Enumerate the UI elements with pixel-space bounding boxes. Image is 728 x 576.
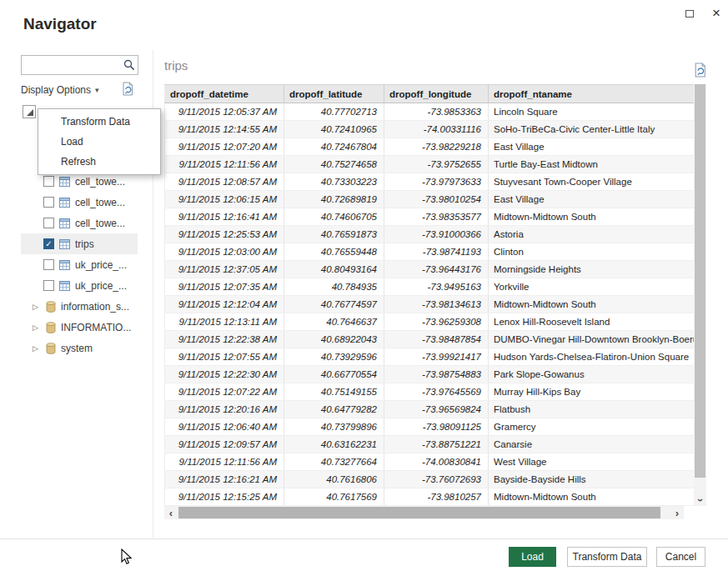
scroll-down-arrow[interactable]: › <box>694 493 706 506</box>
tree-item-cell-towe[interactable]: cell_towe... <box>21 213 138 233</box>
cell-longitude: -73.98229218 <box>384 138 489 156</box>
table-row: 9/11/2015 12:12:04 AM40.76774597-73.9813… <box>165 296 695 313</box>
table-icon <box>59 218 70 228</box>
database-icon <box>46 322 56 333</box>
column-header-dropoff-datetime: dropoff_datetime <box>165 85 284 103</box>
cell-ntaname: Stuyvesant Town-Cooper Village <box>489 173 695 191</box>
context-menu: Transform DataLoadRefresh <box>38 108 161 175</box>
horizontal-scrollbar[interactable]: ‹ › <box>164 506 684 519</box>
cell-longitude: -73.9810257 <box>384 488 489 506</box>
transform-data-button[interactable]: Transform Data <box>567 547 647 567</box>
checkbox[interactable] <box>43 176 54 187</box>
cell-datetime: 9/11/2015 12:16:41 AM <box>165 208 284 226</box>
checkbox[interactable]: ✓ <box>43 238 54 249</box>
refresh-list-icon[interactable] <box>121 82 135 99</box>
menu-item-transform-data[interactable]: Transform Data <box>38 112 160 132</box>
menu-item-refresh[interactable]: Refresh <box>38 152 160 172</box>
cell-longitude: -73.98487854 <box>384 331 489 348</box>
cell-datetime: 9/11/2015 12:06:15 AM <box>165 191 284 208</box>
cell-ntaname: Park Slope-Gowanus <box>489 366 695 383</box>
footer-divider <box>0 538 728 539</box>
cell-latitude: 40.76559448 <box>284 243 384 261</box>
horizontal-scrollbar-thumb[interactable] <box>178 507 660 518</box>
tree-root-expander-icon[interactable] <box>23 105 36 118</box>
tree-item-information-s[interactable]: ▷information_s... <box>21 296 138 317</box>
scroll-left-arrow[interactable]: ‹ <box>164 506 178 519</box>
cell-latitude: 40.74606705 <box>284 208 384 226</box>
vertical-scrollbar-thumb[interactable] <box>695 84 705 478</box>
scroll-right-arrow[interactable]: › <box>670 506 684 519</box>
tree-item-cell-towe[interactable]: cell_towe... <box>21 192 138 213</box>
close-button[interactable]: × <box>707 5 725 22</box>
load-button[interactable]: Load <box>509 547 556 567</box>
tree-item-uk-price[interactable]: uk_price_... <box>21 275 138 296</box>
cell-latitude: 40.75274658 <box>284 156 384 173</box>
cell-datetime: 9/11/2015 12:08:57 AM <box>165 173 284 191</box>
cell-latitude: 40.73799896 <box>284 418 384 436</box>
cell-latitude: 40.72689819 <box>284 191 384 208</box>
cell-ntaname: East Village <box>489 138 695 156</box>
display-options-dropdown[interactable]: Display Options ▾ <box>21 84 99 96</box>
cell-ntaname: Flatbush <box>489 401 695 418</box>
cell-latitude: 40.64779282 <box>284 401 384 418</box>
chevron-down-icon: ▾ <box>95 86 99 94</box>
cell-longitude: -73.96569824 <box>384 401 489 418</box>
cell-datetime: 9/11/2015 12:25:53 AM <box>165 226 284 243</box>
column-header-dropoff-ntaname: dropoff_ntaname <box>489 85 695 103</box>
column-header-dropoff-latitude: dropoff_latitude <box>284 85 384 103</box>
table-row: 9/11/2015 12:15:25 AM40.7617569-73.98102… <box>165 488 695 506</box>
expand-arrow-icon[interactable]: ▷ <box>33 303 41 311</box>
tree-item-informatio[interactable]: ▷INFORMATIO... <box>21 317 138 338</box>
cell-ntaname: Midtown-Midtown South <box>489 296 695 313</box>
checkbox[interactable] <box>43 197 54 208</box>
menu-item-load[interactable]: Load <box>38 132 160 152</box>
expand-arrow-icon[interactable]: ▷ <box>33 344 41 353</box>
cell-longitude: -73.98353577 <box>384 208 489 226</box>
table-row: 9/11/2015 12:05:37 AM40.77702713-73.9853… <box>165 103 695 121</box>
cell-latitude: 40.75149155 <box>284 383 384 401</box>
checkbox[interactable] <box>43 259 54 270</box>
cell-ntaname: Gramercy <box>489 418 695 436</box>
checkbox[interactable] <box>43 280 54 291</box>
expand-arrow-icon[interactable]: ▷ <box>33 323 41 332</box>
tree-item-system[interactable]: ▷system <box>21 338 138 358</box>
tree-item-trips[interactable]: ✓trips <box>21 233 138 254</box>
cell-longitude: -73.91000366 <box>384 226 489 243</box>
tree-item-uk-price[interactable]: uk_price_... <box>21 254 138 275</box>
cell-latitude: 40.72467804 <box>284 138 384 156</box>
table-icon <box>59 198 70 208</box>
table-row: 9/11/2015 12:22:30 AM40.66770554-73.9875… <box>165 366 695 383</box>
cell-datetime: 9/11/2015 12:11:56 AM <box>165 453 284 471</box>
refresh-preview-icon[interactable] <box>693 63 708 81</box>
checkbox[interactable] <box>43 218 54 228</box>
cell-datetime: 9/11/2015 12:22:38 AM <box>165 331 284 348</box>
maximize-button[interactable] <box>680 5 699 22</box>
cell-latitude: 40.66770554 <box>284 366 384 383</box>
database-icon <box>46 343 56 354</box>
table-row: 9/11/2015 12:16:21 AM40.7616806-73.76072… <box>165 471 695 488</box>
vertical-scrollbar[interactable]: › <box>694 84 706 506</box>
table-row: 9/11/2015 12:07:20 AM40.72467804-73.9822… <box>165 138 695 156</box>
dialog-title: Navigator <box>23 15 97 33</box>
table-row: 9/11/2015 12:11:56 AM40.73277664-74.0083… <box>165 453 695 471</box>
cell-longitude: -73.97645569 <box>384 383 489 401</box>
cell-ntaname: Clinton <box>489 243 695 261</box>
cell-longitude: -73.98010254 <box>384 191 489 208</box>
cell-datetime: 9/11/2015 12:13:11 AM <box>165 313 284 331</box>
table-row: 9/11/2015 12:06:40 AM40.73799896-73.9809… <box>165 418 695 436</box>
cell-datetime: 9/11/2015 12:22:30 AM <box>165 366 284 383</box>
table-row: 9/11/2015 12:25:53 AM40.76591873-73.9100… <box>165 226 695 243</box>
cell-datetime: 9/11/2015 12:05:37 AM <box>165 103 284 121</box>
search-icon[interactable] <box>123 59 135 74</box>
cell-latitude: 40.72410965 <box>284 121 384 138</box>
mouse-cursor <box>121 548 132 568</box>
cancel-button[interactable]: Cancel <box>656 547 705 567</box>
cell-datetime: 9/11/2015 12:14:55 AM <box>165 121 284 138</box>
tree-item-label: uk_price_... <box>75 259 127 271</box>
search-input[interactable] <box>25 57 118 73</box>
cell-ntaname: DUMBO-Vinegar Hill-Downtown Brooklyn-Boe… <box>489 331 695 348</box>
expanded-triangle-icon <box>27 109 33 116</box>
table-row: 9/11/2015 12:07:35 AM40.784935-73.949516… <box>165 278 695 296</box>
tree-item-label: trips <box>75 238 94 250</box>
cell-longitude: -73.98741193 <box>384 243 489 261</box>
